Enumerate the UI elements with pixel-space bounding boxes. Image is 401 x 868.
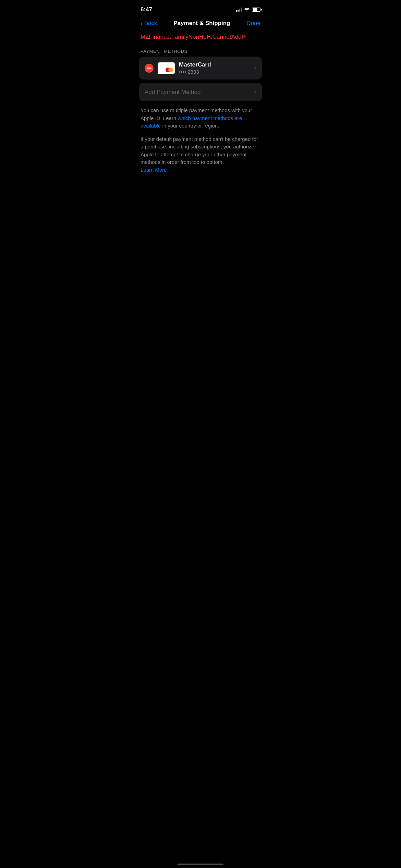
info-text-2: in your country or region. [161,123,219,129]
info-text-3: If your default payment method can't be … [141,136,258,165]
info-section: You can use multiple payment methods wit… [134,101,267,185]
card-number: •••• 2833 [179,69,250,75]
remove-card-button[interactable] [145,64,154,73]
info-paragraph-2: If your default payment method can't be … [141,135,260,174]
add-payment-label: Add Payment Method [145,89,200,96]
back-chevron-icon: ‹ [141,20,143,27]
battery-icon [252,8,260,12]
card-name: MasterCard [179,61,250,68]
card-row-chevron-icon: › [254,64,256,72]
back-label: Back [144,20,157,27]
minus-icon [147,68,151,69]
page-title: Payment & Shipping [173,20,230,27]
card-image [158,62,175,74]
info-paragraph-1: You can use multiple payment methods wit… [141,107,260,130]
done-button[interactable]: Done [246,20,260,27]
status-icons [236,8,260,12]
add-payment-method-row[interactable]: Add Payment Method › [139,83,262,101]
back-button[interactable]: ‹ Back [141,20,157,27]
signal-icon [236,8,242,12]
payment-methods-section-label: PAYMENT METHODS [134,46,267,57]
card-details: MasterCard •••• 2833 [179,61,250,75]
error-message: MZFinance.FamilyNonHoH.CannotAddP [134,31,267,46]
add-payment-chevron-icon: › [254,88,256,96]
mastercard-row[interactable]: MasterCard •••• 2833 › [139,57,262,80]
status-bar: 6:47 [134,0,267,17]
wifi-icon [244,8,250,12]
status-time: 6:47 [141,6,152,13]
payment-methods-list: MasterCard •••• 2833 › Add Payment Metho… [134,57,267,101]
learn-more-link[interactable]: Learn More [141,167,167,173]
nav-bar: ‹ Back Payment & Shipping Done [134,17,267,31]
